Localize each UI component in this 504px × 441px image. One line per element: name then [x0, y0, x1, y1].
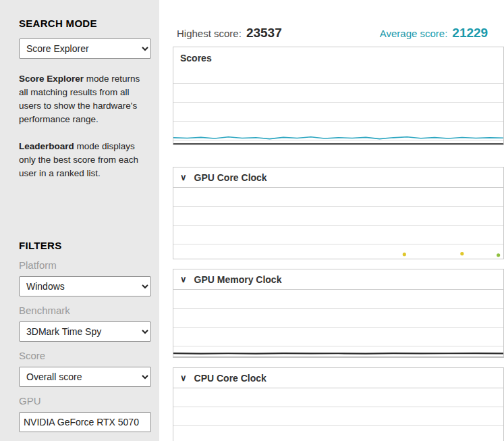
gpu-input[interactable]: [19, 412, 151, 432]
scores-chart-svg: [173, 65, 503, 143]
score-label: Score: [19, 350, 150, 361]
platform-select[interactable]: Windows: [19, 276, 151, 296]
scores-panel: Scores: [173, 47, 504, 145]
gpu-core-clock-header[interactable]: ∨ GPU Core Clock: [173, 167, 503, 188]
highest-score: Highest score: 23537: [177, 26, 282, 41]
gpu-memory-clock-header[interactable]: ∨ GPU Memory Clock: [173, 269, 503, 290]
cpu-core-clock-chart: [173, 388, 503, 441]
cpu-core-clock-title: CPU Core Clock: [194, 373, 267, 384]
gpu-memory-clock-panel: ∨ GPU Memory Clock: [173, 269, 504, 358]
gpu-core-clock-chart-svg: [173, 188, 503, 259]
gpu-core-clock-chart: [173, 188, 503, 259]
score-select[interactable]: Overall score: [19, 367, 151, 387]
cpu-core-clock-header[interactable]: ∨ CPU Core Clock: [173, 368, 503, 388]
gpu-memory-clock-chart: [173, 290, 503, 357]
main-content: Highest score: 23537 Average score: 2122…: [159, 0, 504, 441]
sidebar: SEARCH MODE Score Explorer Score Explore…: [0, 0, 159, 441]
scores-panel-title: Scores: [173, 47, 503, 65]
search-mode-heading: SEARCH MODE: [19, 18, 150, 29]
cpu-core-clock-panel: ∨ CPU Core Clock: [173, 367, 504, 441]
chevron-down-icon: ∨: [180, 172, 187, 182]
score-explorer-description-bold: Score Explorer: [19, 74, 84, 84]
average-score-label: Average score:: [380, 28, 448, 39]
benchmark-label: Benchmark: [19, 305, 150, 316]
gpu-field: GPU: [19, 395, 150, 432]
leaderboard-description: Leaderboard mode displays only the best …: [19, 140, 147, 180]
score-field: Score Overall score: [19, 350, 150, 387]
leaderboard-description-bold: Leaderboard: [19, 141, 74, 151]
score-summary: Highest score: 23537 Average score: 2122…: [173, 26, 504, 41]
average-score-value: 21229: [452, 26, 488, 41]
gpu-label: GPU: [19, 395, 150, 407]
chevron-down-icon: ∨: [180, 274, 187, 284]
platform-label: Platform: [19, 259, 150, 271]
average-score: Average score: 21229: [380, 26, 488, 41]
filters-heading: FILTERS: [19, 240, 150, 251]
chevron-down-icon: ∨: [180, 373, 187, 383]
gpu-memory-clock-chart-svg: [173, 290, 503, 357]
highest-score-label: Highest score:: [177, 28, 242, 39]
platform-field: Platform Windows: [19, 259, 150, 296]
benchmark-select[interactable]: 3DMark Time Spy: [19, 321, 151, 342]
gpu-memory-clock-title: GPU Memory Clock: [194, 274, 282, 285]
benchmark-field: Benchmark 3DMark Time Spy: [19, 305, 150, 342]
highest-score-value: 23537: [246, 26, 282, 41]
gpu-core-clock-title: GPU Core Clock: [194, 172, 267, 183]
cpu-core-clock-chart-svg: [173, 388, 503, 441]
search-mode-select[interactable]: Score Explorer: [19, 38, 151, 59]
gpu-core-clock-panel: ∨ GPU Core Clock: [173, 167, 504, 259]
page: SEARCH MODE Score Explorer Score Explore…: [0, 0, 504, 441]
score-explorer-description: Score Explorer mode returns all matching…: [19, 72, 147, 126]
scores-chart: [173, 65, 503, 145]
